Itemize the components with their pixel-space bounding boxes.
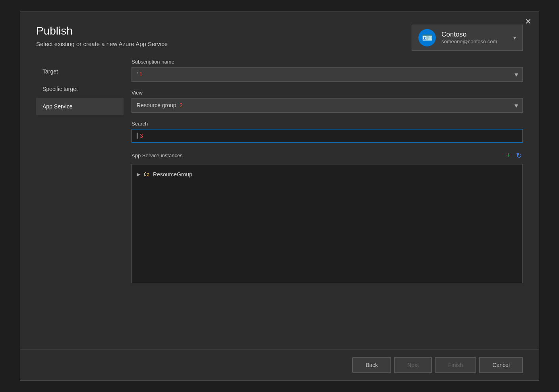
account-icon: 🪪 — [418, 29, 436, 46]
view-select-wrapper: Resource group 2 ▾ — [132, 98, 523, 113]
tree-resource-group[interactable]: ▶ 🗂 ResourceGroup — [137, 169, 518, 180]
subscription-prefix: ' — [137, 71, 138, 77]
sidebar: Target Specific target App Service — [36, 59, 124, 349]
subscription-chevron-icon: ▾ — [515, 71, 518, 78]
account-email: someone@contoso.com — [441, 39, 508, 44]
instances-tree: ▶ 🗂 ResourceGroup — [132, 164, 523, 283]
search-number: 3 — [140, 133, 143, 139]
chevron-down-icon: ▾ — [513, 35, 516, 41]
dialog-title: Publish — [36, 25, 168, 37]
subscription-value: 1 — [139, 71, 143, 77]
finish-button[interactable]: Finish — [435, 357, 476, 373]
dialog-footer: Back Next Finish Cancel — [20, 349, 539, 380]
search-label: Search — [132, 121, 523, 127]
resource-group-name: ResourceGroup — [153, 171, 192, 178]
instances-group: App Service instances + ↻ ▶ 🗂 ResourceGr… — [132, 151, 523, 283]
cancel-button[interactable]: Cancel — [479, 357, 523, 373]
back-button[interactable]: Back — [352, 357, 391, 373]
account-info: Contoso someone@contoso.com — [441, 31, 508, 44]
tree-expand-icon: ▶ — [137, 172, 140, 177]
folder-icon: 🗂 — [143, 171, 150, 178]
account-name: Contoso — [441, 31, 508, 39]
publish-dialog: ✕ Publish Select existing or create a ne… — [20, 12, 539, 381]
text-cursor — [137, 133, 137, 139]
view-group: View Resource group 2 ▾ — [132, 90, 523, 113]
close-button[interactable]: ✕ — [525, 17, 532, 25]
form-area: Subscription name ' 1 ▾ View Resource gr… — [124, 59, 523, 349]
subscription-group: Subscription name ' 1 ▾ — [132, 59, 523, 82]
view-label: View — [132, 90, 523, 96]
instances-header: App Service instances + ↻ — [132, 151, 523, 161]
add-instance-button[interactable]: + — [505, 151, 511, 161]
main-content: Target Specific target App Service Subsc… — [20, 59, 539, 349]
title-area: Publish Select existing or create a new … — [36, 25, 168, 47]
instances-actions: + ↻ — [505, 151, 523, 161]
refresh-instances-button[interactable]: ↻ — [515, 151, 523, 161]
sidebar-item-app-service[interactable]: App Service — [36, 98, 124, 115]
dialog-header: Publish Select existing or create a new … — [20, 12, 539, 59]
sidebar-item-specific-target[interactable]: Specific target — [36, 80, 124, 98]
search-group: Search 3 — [132, 121, 523, 143]
instances-label: App Service instances — [132, 153, 183, 158]
view-chevron-icon: ▾ — [515, 102, 518, 109]
account-widget[interactable]: 🪪 Contoso someone@contoso.com ▾ — [412, 25, 523, 51]
view-number: 2 — [180, 102, 183, 108]
dialog-subtitle: Select existing or create a new Azure Ap… — [36, 41, 168, 47]
next-button[interactable]: Next — [394, 357, 432, 373]
sidebar-item-target[interactable]: Target — [36, 63, 124, 80]
subscription-label: Subscription name — [132, 59, 523, 65]
subscription-select-wrapper: ' 1 ▾ — [132, 67, 523, 82]
view-value: Resource group — [137, 102, 176, 108]
